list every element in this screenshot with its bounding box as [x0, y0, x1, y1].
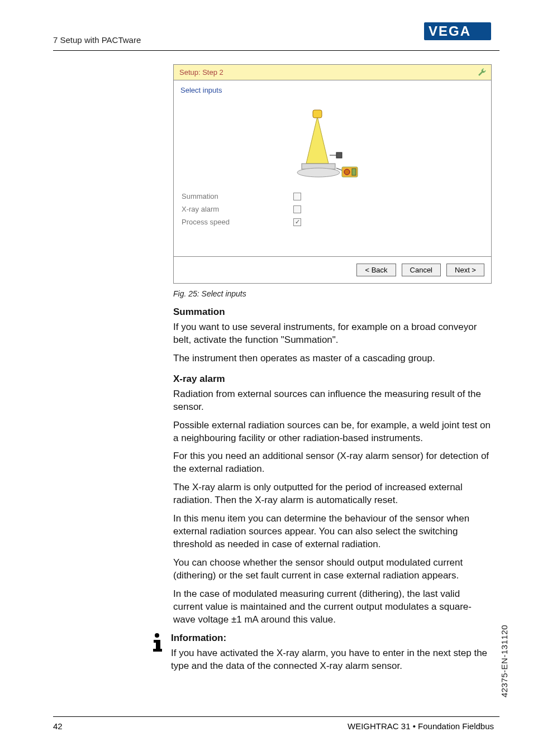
- panel-title-text: Setup: Step 2: [179, 68, 223, 76]
- xray-p3: For this you need an additional sensor (…: [173, 450, 492, 476]
- summation-label: Summation: [182, 192, 293, 200]
- info-block: Information: If you have activated the X…: [150, 632, 492, 678]
- info-heading: Information:: [171, 632, 492, 645]
- setup-panel: Setup: Step 2 Select inputs: [173, 64, 492, 284]
- svg-marker-2: [306, 117, 329, 164]
- speed-row: Process speed ✓: [174, 216, 491, 228]
- body-text: Summation If you want to use several ins…: [173, 306, 492, 678]
- header-rule: [53, 50, 499, 51]
- summation-checkbox[interactable]: [293, 193, 301, 200]
- svg-rect-10: [352, 169, 356, 175]
- info-p: If you have activated the X-ray alarm, y…: [171, 647, 492, 673]
- inputs-diagram: [174, 97, 491, 190]
- xray-p1: Radiation from external sources can infl…: [173, 388, 492, 414]
- select-inputs-label: Select inputs: [174, 80, 491, 97]
- svg-point-5: [297, 168, 340, 177]
- cancel-button[interactable]: Cancel: [402, 264, 441, 276]
- xray-p4: The X-ray alarm is only outputted for th…: [173, 481, 492, 507]
- footer-rule: [53, 716, 499, 717]
- summation-p1: If you want to use several instruments, …: [173, 321, 492, 347]
- svg-point-12: [155, 633, 159, 638]
- xray-p7: In the case of modulated measuring curre…: [173, 588, 492, 626]
- xray-label: X-ray alarm: [182, 205, 293, 213]
- speed-checkbox[interactable]: ✓: [293, 218, 301, 226]
- xray-row: X-ray alarm: [174, 203, 491, 216]
- summation-p2: The instrument then operates as master o…: [173, 352, 492, 365]
- summation-row: Summation: [174, 190, 491, 203]
- page-number: 42: [53, 721, 63, 731]
- xray-p6: You can choose whether the sensor should…: [173, 557, 492, 582]
- panel-button-row: < Back Cancel Next >: [174, 256, 491, 283]
- summation-heading: Summation: [173, 306, 492, 319]
- panel-title: Setup: Step 2: [174, 65, 491, 80]
- info-icon: [150, 632, 164, 678]
- figure-caption: Fig. 25: Select inputs: [173, 289, 492, 298]
- wrench-icon: [478, 68, 487, 79]
- svg-rect-6: [336, 152, 342, 158]
- section-heading: 7 Setup with PACTware: [53, 35, 141, 45]
- side-doc-code: 42375-EN-131120: [499, 625, 509, 697]
- xray-checkbox[interactable]: [293, 205, 301, 213]
- xray-p2: Possible external radiation sources can …: [173, 419, 492, 445]
- xray-heading: X-ray alarm: [173, 373, 492, 386]
- svg-point-9: [344, 169, 350, 175]
- footer-title: WEIGHTRAC 31 • Foundation Fieldbus: [348, 721, 494, 731]
- next-button[interactable]: Next >: [446, 264, 484, 276]
- back-button[interactable]: < Back: [356, 264, 396, 276]
- speed-label: Process speed: [182, 218, 293, 226]
- svg-line-11: [336, 168, 342, 170]
- xray-p5: In this menu item you can determine the …: [173, 513, 492, 551]
- svg-text:VEGA: VEGA: [429, 23, 471, 39]
- vega-logo: VEGA: [424, 22, 491, 42]
- svg-rect-3: [313, 110, 322, 118]
- svg-rect-15: [153, 649, 162, 652]
